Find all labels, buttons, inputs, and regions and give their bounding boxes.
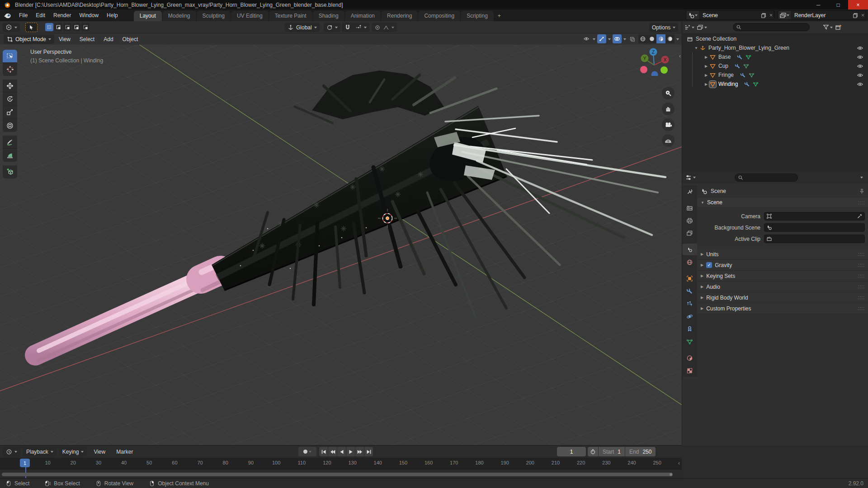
tab-texture-paint[interactable]: Texture Paint (269, 11, 312, 21)
current-frame-field[interactable]: 1 (557, 447, 586, 456)
timeline-editor-type[interactable] (3, 447, 20, 456)
tool-add-cube[interactable] (3, 165, 17, 178)
jump-start-button[interactable] (319, 447, 328, 456)
modifier-icon[interactable] (744, 81, 750, 87)
properties-tab-render[interactable] (682, 202, 697, 214)
select-mode-invert[interactable] (72, 23, 80, 31)
expand-caret-icon[interactable]: ▶ (703, 64, 709, 68)
outliner-row-winding[interactable]: ▶ Winding (682, 80, 868, 89)
select-mode-subtract[interactable] (63, 23, 71, 31)
timeline-collapse-icon[interactable]: ‹ (678, 460, 680, 466)
eyedropper-icon[interactable] (857, 213, 863, 219)
menu-window[interactable]: Window (75, 11, 103, 20)
mesh-data-icon[interactable] (749, 72, 755, 78)
maximize-button[interactable]: □ (828, 0, 848, 9)
minimize-button[interactable]: ─ (808, 0, 828, 9)
jump-end-button[interactable] (364, 447, 373, 456)
nav-zoom-button[interactable] (662, 87, 675, 99)
outliner-row-scene-collection[interactable]: Scene Collection (682, 34, 868, 43)
visibility-toggle[interactable] (582, 34, 591, 43)
modifier-icon[interactable] (740, 72, 746, 78)
panel-custom-properties[interactable]: ▶ Custom Properties :::: (697, 303, 868, 314)
outliner-row-base[interactable]: ▶ Base (682, 52, 868, 61)
outliner-row-party-horn-blower-lying-green[interactable]: ▼ Party_Horn_Blower_Lying_Green (682, 43, 868, 52)
eye-icon[interactable] (857, 45, 863, 52)
tool-move[interactable] (3, 80, 17, 93)
eye-icon[interactable] (857, 63, 863, 70)
properties-tab-output[interactable] (682, 215, 697, 226)
tab-uv-editing[interactable]: UV Editing (231, 11, 269, 21)
panel-drag-dots[interactable]: :::: (858, 263, 865, 267)
panel-audio[interactable]: ▶ Audio :::: (697, 282, 868, 292)
gravity-checkbox[interactable]: ✓ (706, 262, 712, 268)
select-mode-extend[interactable] (54, 23, 62, 31)
tool-transform[interactable] (3, 119, 17, 132)
tab-rendering[interactable]: Rendering (381, 11, 418, 21)
expand-caret-icon[interactable]: ▶ (703, 73, 709, 77)
field-active-clip[interactable] (764, 235, 865, 243)
tab-sculpting[interactable]: Sculpting (197, 11, 231, 21)
navigation-gizmo[interactable]: Z Y X (639, 46, 669, 76)
field-camera[interactable] (764, 212, 865, 221)
mesh-data-icon[interactable] (743, 63, 749, 69)
auto-keying-toggle[interactable] (298, 447, 316, 456)
shading-material-button[interactable] (656, 34, 665, 43)
timeline-menu-playback[interactable]: Playback (23, 447, 57, 456)
view-layer-icon[interactable] (778, 11, 791, 19)
timeline-ruler[interactable]: 1102030405060708090100110120130140150160… (0, 458, 682, 469)
overlays-toggle[interactable] (613, 34, 622, 43)
properties-tab-particles[interactable] (682, 298, 697, 310)
outliner-filter-image[interactable] (697, 24, 707, 31)
current-frame-badge[interactable]: 1 (20, 459, 30, 467)
shading-solid-button[interactable] (647, 34, 656, 43)
viewport-menu-view[interactable]: View (54, 35, 75, 44)
nav-camera-view-button[interactable] (662, 118, 675, 131)
panel-rigid-body-world[interactable]: ▶ Rigid Body World :::: (697, 292, 868, 303)
eye-icon[interactable] (857, 72, 863, 79)
panel-drag-dots[interactable]: :::: (858, 284, 865, 289)
menu-help[interactable]: Help (103, 11, 122, 20)
viewport-canvas[interactable] (0, 33, 682, 445)
collapse-arrow-icon[interactable]: ‹ (679, 52, 681, 59)
copy-id-icon[interactable] (759, 12, 768, 19)
scene-panel-header[interactable]: ▼ Scene :::: (697, 197, 868, 208)
nav-orthographic-button[interactable] (662, 134, 675, 147)
properties-tab-modifiers[interactable] (682, 285, 697, 297)
close-button[interactable]: × (848, 0, 868, 9)
play-button[interactable] (346, 447, 355, 456)
properties-tab-object-data[interactable] (682, 336, 697, 347)
mesh-data-icon[interactable] (753, 81, 759, 87)
next-keyframe-button[interactable] (355, 447, 364, 456)
menu-edit[interactable]: Edit (32, 11, 49, 20)
expand-caret-icon[interactable]: ▶ (703, 55, 709, 59)
active-tool-indicator[interactable] (25, 23, 38, 32)
properties-tab-view-layer[interactable] (682, 227, 697, 239)
properties-tab-scene[interactable] (682, 244, 697, 255)
xray-toggle[interactable] (628, 34, 637, 43)
tool-select-box[interactable] (3, 50, 17, 63)
tool-annotate[interactable] (3, 136, 17, 149)
view-layer-selector[interactable]: RenderLayer × (778, 10, 866, 20)
properties-tab-material[interactable] (682, 352, 697, 364)
modifier-icon[interactable] (735, 63, 741, 69)
use-preview-range-button[interactable] (588, 447, 598, 456)
viewport-menu-select[interactable]: Select (75, 35, 99, 44)
properties-tab-tool[interactable] (682, 186, 697, 197)
timeline-menu-marker[interactable]: Marker (112, 447, 137, 456)
properties-search-input[interactable] (735, 174, 798, 182)
tab-modeling[interactable]: Modeling (162, 11, 196, 21)
snap-magnet-toggle[interactable] (342, 23, 354, 32)
panel-units[interactable]: ▶ Units :::: (697, 249, 868, 260)
eye-icon[interactable] (857, 54, 863, 61)
proportional-editing-toggle[interactable] (372, 23, 397, 32)
shading-rendered-button[interactable] (665, 34, 675, 43)
viewport-menu-object[interactable]: Object (118, 35, 143, 44)
tab-compositing[interactable]: Compositing (418, 11, 460, 21)
properties-tab-object[interactable] (682, 272, 697, 284)
properties-tab-constraints[interactable] (682, 323, 697, 335)
tool-measure[interactable] (3, 149, 17, 162)
tab-animation[interactable]: Animation (345, 11, 381, 21)
panel-keying-sets[interactable]: ▶ Keying Sets :::: (697, 271, 868, 282)
panel-drag-dots[interactable]: :::: (858, 252, 865, 257)
outliner-search-input[interactable] (733, 23, 810, 31)
